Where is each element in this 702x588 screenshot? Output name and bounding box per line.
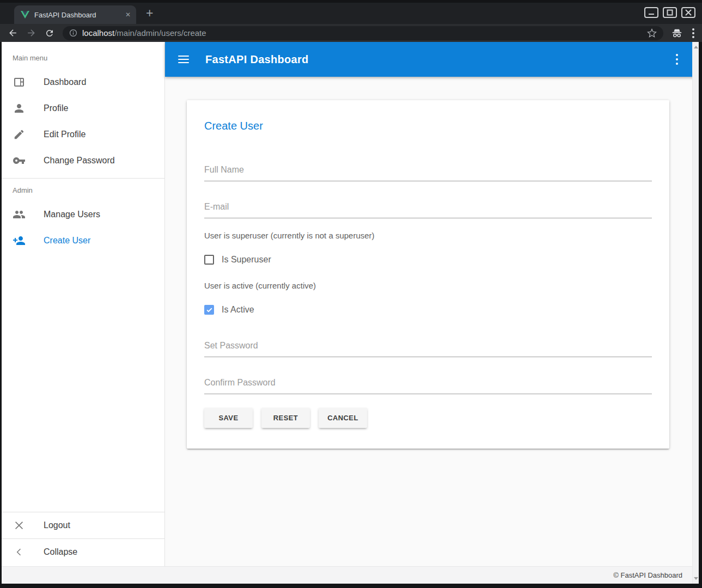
web-page: Main menu Dashboard Profile — [2, 42, 699, 584]
sidebar-section-main-menu: Main menu — [2, 46, 164, 69]
people-icon — [13, 208, 26, 221]
dashboard-icon — [13, 76, 26, 89]
sidebar-item-profile[interactable]: Profile — [2, 95, 164, 121]
chevron-left-icon — [13, 546, 26, 559]
pencil-icon — [13, 128, 26, 141]
sidebar-item-create-user[interactable]: Create User — [2, 228, 164, 254]
sidebar-item-change-password[interactable]: Change Password — [2, 148, 164, 174]
browser-menu-kebab-icon[interactable] — [692, 28, 694, 38]
vue-favicon-icon — [21, 11, 29, 19]
url-host: localhost — [82, 28, 114, 38]
browser-tab[interactable]: FastAPI Dashboard ✕ — [14, 5, 136, 24]
hamburger-menu-icon[interactable] — [178, 56, 189, 63]
forward-icon[interactable] — [26, 28, 36, 38]
sidebar-item-label: Dashboard — [44, 77, 86, 87]
email-field-wrap — [204, 200, 652, 218]
sidebar: Main menu Dashboard Profile — [2, 42, 165, 566]
is-active-label: Is Active — [222, 305, 254, 315]
person-icon — [13, 102, 26, 115]
address-bar[interactable]: localhost/main/admin/users/create — [63, 26, 663, 40]
confirm-password-input[interactable] — [204, 376, 652, 394]
full-name-field-wrap — [204, 163, 652, 181]
key-icon — [13, 154, 26, 167]
sidebar-item-label: Profile — [44, 103, 68, 113]
form-actions: SAVE RESET CANCEL — [204, 408, 652, 428]
url-text[interactable]: localhost/main/admin/users/create — [82, 28, 206, 38]
full-name-input[interactable] — [204, 163, 652, 181]
sidebar-bottom: Logout Collapse — [2, 512, 164, 566]
create-user-card: Create User User is superuser (currently… — [187, 100, 669, 449]
sidebar-item-label: Manage Users — [44, 210, 100, 219]
set-password-input[interactable] — [204, 339, 652, 357]
tab-close-icon[interactable]: ✕ — [125, 11, 131, 19]
app-bar-kebab-icon[interactable] — [668, 52, 686, 67]
page-footer: © FastAPI Dashboard — [2, 566, 699, 584]
person-add-icon — [13, 234, 26, 247]
superuser-hint: User is superuser (currently is not a su… — [204, 231, 652, 240]
sidebar-item-label: Create User — [44, 236, 90, 246]
vertical-scrollbar[interactable] — [692, 42, 699, 584]
sidebar-item-manage-users[interactable]: Manage Users — [2, 201, 164, 228]
main-area: FastAPI Dashboard Create User User is su… — [165, 42, 699, 566]
close-x-icon — [13, 519, 26, 532]
bookmark-star-icon[interactable] — [647, 28, 657, 38]
browser-window: FastAPI Dashboard ✕ + — [0, 0, 702, 588]
confirm-password-field-wrap — [204, 376, 652, 394]
toolbar-right — [672, 28, 694, 38]
email-input[interactable] — [204, 200, 652, 218]
reset-button[interactable]: RESET — [261, 408, 310, 428]
is-active-checkbox-row[interactable]: Is Active — [204, 305, 652, 315]
app-bar: FastAPI Dashboard — [165, 42, 699, 77]
browser-toolbar: localhost/main/admin/users/create — [0, 24, 702, 42]
minimize-button[interactable] — [644, 7, 658, 18]
back-icon[interactable] — [8, 28, 18, 38]
scroll-up-arrow-icon[interactable] — [694, 46, 698, 48]
new-tab-button[interactable]: + — [146, 7, 153, 20]
url-path: /main/admin/users/create — [114, 28, 206, 38]
is-superuser-label: Is Superuser — [222, 255, 271, 265]
incognito-icon — [672, 28, 682, 38]
maximize-button[interactable] — [663, 7, 677, 18]
is-active-checkbox[interactable] — [204, 305, 214, 315]
reload-icon[interactable] — [45, 28, 54, 38]
set-password-field-wrap — [204, 339, 652, 357]
is-superuser-checkbox[interactable] — [204, 255, 214, 265]
site-info-icon[interactable] — [69, 29, 77, 37]
sidebar-item-label: Change Password — [44, 156, 115, 166]
sidebar-item-logout[interactable]: Logout — [2, 512, 164, 538]
sidebar-item-dashboard[interactable]: Dashboard — [2, 69, 164, 95]
tab-title: FastAPI Dashboard — [34, 11, 120, 19]
active-hint: User is active (currently active) — [204, 281, 652, 290]
copyright-text: © FastAPI Dashboard — [613, 571, 682, 579]
app-bar-title: FastAPI Dashboard — [205, 53, 309, 66]
save-button[interactable]: SAVE — [204, 408, 253, 428]
is-superuser-checkbox-row[interactable]: Is Superuser — [204, 255, 652, 265]
sidebar-item-label: Logout — [44, 520, 70, 530]
cancel-button[interactable]: CANCEL — [319, 408, 367, 428]
page-title: Create User — [204, 120, 652, 132]
tab-strip: FastAPI Dashboard ✕ + — [0, 0, 702, 24]
scroll-down-arrow-icon[interactable] — [694, 577, 698, 580]
window-controls — [644, 7, 695, 18]
sidebar-item-collapse[interactable]: Collapse — [2, 539, 164, 565]
sidebar-item-edit-profile[interactable]: Edit Profile — [2, 121, 164, 148]
sidebar-section-admin: Admin — [2, 179, 164, 201]
content-area: Create User User is superuser (currently… — [165, 77, 699, 566]
sidebar-item-label: Collapse — [44, 547, 77, 557]
window-close-button[interactable] — [681, 7, 695, 18]
sidebar-item-label: Edit Profile — [44, 130, 86, 139]
